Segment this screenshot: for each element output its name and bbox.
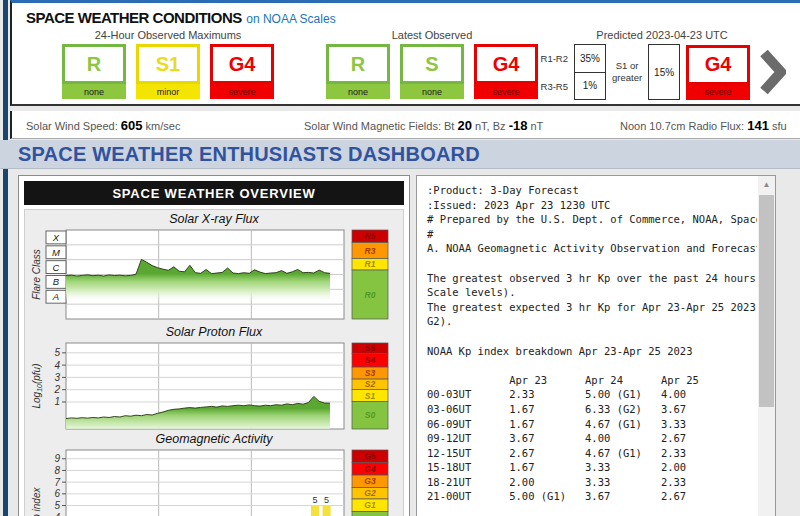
- svg-text:R3: R3: [365, 246, 376, 256]
- svg-text:G1: G1: [364, 500, 376, 510]
- scale-box-g-predicted: G4 severe: [686, 45, 750, 100]
- proton-chart: 12345S5S4S3S2S1S0Log10(pfu): [28, 340, 400, 432]
- scale-letter: G4: [210, 44, 274, 84]
- svg-text:G2: G2: [364, 488, 376, 498]
- group-24hr-observed: 24-Hour Observed Maximums R none S1 mino…: [62, 29, 274, 107]
- svg-text:7: 7: [54, 477, 60, 488]
- svg-text:2: 2: [53, 384, 60, 395]
- scrollbar-thumb[interactable]: [759, 195, 774, 407]
- overview-charts: Solar X-ray Flux XMCBAR5R3R1R0Flare Clas…: [24, 209, 404, 516]
- forecast-scrollbar[interactable]: ▲: [758, 176, 775, 516]
- xray-chart-title: Solar X-ray Flux: [28, 212, 400, 227]
- svg-text:Log10(pfu): Log10(pfu): [31, 363, 43, 408]
- overview-panel: SPACE WEATHER OVERVIEW Solar X-ray Flux …: [18, 175, 410, 516]
- dashboard-title: SPACE WEATHER ENTHUSIASTS DASHBOARD: [0, 143, 480, 166]
- svg-text:S1: S1: [365, 391, 376, 401]
- proton-flux-chart-block: Solar Proton Flux 12345S5S4S3S2S1S0Log10…: [28, 325, 400, 432]
- svg-text:C: C: [53, 262, 60, 273]
- predicted-label: Predicted 2023-04-23 UTC: [538, 29, 786, 41]
- scale-letter: S: [400, 44, 464, 84]
- proton-chart-title: Solar Proton Flux: [28, 325, 400, 340]
- svg-text:Flare Class: Flare Class: [31, 249, 42, 300]
- svg-text:4: 4: [54, 512, 60, 516]
- dashboard-title-band: SPACE WEATHER ENTHUSIASTS DASHBOARD: [0, 140, 800, 169]
- noaa-scales-link[interactable]: on NOAA Scales: [246, 12, 335, 26]
- geomagnetic-chart-title: Geomagnetic Activity: [28, 432, 400, 447]
- group-predicted: Predicted 2023-04-23 UTC R1-R2 R3-R5 35%…: [538, 29, 786, 107]
- scale-level: none: [326, 84, 390, 99]
- geomagnetic-chart-block: Geomagnetic Activity 12345678955G5G4G3G2…: [28, 432, 400, 516]
- scale-level: none: [62, 84, 126, 99]
- s1-or-greater-label: S1 or greater: [612, 60, 642, 84]
- svg-text:S5: S5: [365, 343, 376, 353]
- svg-text:5: 5: [54, 500, 60, 511]
- group-latest-observed: Latest Observed R none S none G4 severe: [326, 29, 538, 107]
- overview-header: SPACE WEATHER OVERVIEW: [24, 181, 404, 205]
- solar-wind-magnetic-fields: Solar Wind Magnetic Fields: Bt 20 nT, Bz…: [304, 118, 543, 133]
- svg-text:S3: S3: [365, 368, 376, 378]
- scale-groups: 24-Hour Observed Maximums R none S1 mino…: [12, 29, 800, 107]
- svg-text:S0: S0: [365, 410, 376, 420]
- svg-text:3: 3: [54, 372, 60, 383]
- scale-letter: S1: [136, 44, 200, 84]
- forecast-text[interactable]: :Product: 3-Day Forecast :Issued: 2023 A…: [418, 177, 757, 516]
- svg-text:G3: G3: [364, 476, 376, 486]
- svg-text:X: X: [52, 232, 60, 243]
- radio-flux: Noon 10.7cm Radio Flux: 141 sfu: [620, 118, 787, 133]
- svg-text:G5: G5: [364, 451, 376, 461]
- group-latest-label: Latest Observed: [326, 29, 538, 41]
- scale-level: severe: [210, 84, 274, 99]
- scale-level: severe: [686, 85, 750, 100]
- xray-flux-chart-block: Solar X-ray Flux XMCBAR5R3R1R0Flare Clas…: [28, 212, 400, 325]
- conditions-title-row: SPACE WEATHER CONDITIONS on NOAA Scales: [26, 9, 336, 27]
- svg-text:6: 6: [54, 488, 60, 499]
- s1-probability: 15%: [648, 44, 680, 100]
- scale-letter: G4: [686, 45, 750, 85]
- svg-text:S2: S2: [365, 379, 376, 389]
- scale-box-r-24hr: R none: [62, 44, 126, 99]
- svg-text:5: 5: [54, 347, 60, 358]
- scale-level: severe: [474, 84, 538, 99]
- svg-text:S4: S4: [365, 355, 376, 365]
- scale-box-r-latest: R none: [326, 44, 390, 99]
- page: SPACE WEATHER CONDITIONS on NOAA Scales …: [0, 0, 800, 516]
- solar-wind-speed: Solar Wind Speed: 605 km/sec: [26, 118, 180, 133]
- scale-box-g-latest: G4 severe: [474, 44, 538, 99]
- chevron-next-icon[interactable]: [760, 49, 786, 95]
- scrollbar-up-icon[interactable]: ▲: [758, 176, 775, 193]
- left-edge-strip: [3, 0, 8, 516]
- svg-text:A: A: [52, 291, 59, 302]
- status-bar: Solar Wind Speed: 605 km/sec Solar Wind …: [10, 111, 800, 139]
- svg-text:M: M: [52, 247, 60, 258]
- geomagnetic-chart: 12345678955G5G4G3G2G1G0Kp index: [28, 447, 400, 516]
- svg-text:B: B: [53, 276, 60, 287]
- scale-box-s-24hr: S1 minor: [136, 44, 200, 99]
- forecast-panel: :Product: 3-Day Forecast :Issued: 2023 A…: [416, 175, 776, 516]
- scale-level: none: [400, 84, 464, 99]
- svg-text:R5: R5: [365, 231, 376, 241]
- r1r2-probability: 35%: [575, 45, 605, 72]
- header-panel: SPACE WEATHER CONDITIONS on NOAA Scales …: [10, 0, 800, 106]
- scale-box-s-latest: S none: [400, 44, 464, 99]
- svg-text:4: 4: [54, 360, 60, 371]
- r3r5-label: R3-R5: [538, 81, 568, 92]
- group-24hr-label: 24-Hour Observed Maximums: [62, 29, 274, 41]
- scale-letter: R: [62, 44, 126, 84]
- svg-text:R1: R1: [365, 259, 376, 269]
- svg-text:9: 9: [54, 453, 60, 464]
- scale-letter: G4: [474, 44, 538, 84]
- svg-text:1: 1: [54, 396, 60, 407]
- conditions-title: SPACE WEATHER CONDITIONS: [26, 9, 242, 26]
- svg-text:R0: R0: [365, 290, 376, 300]
- svg-text:G4: G4: [364, 464, 376, 474]
- svg-text:5: 5: [324, 495, 329, 505]
- scale-box-g-24hr: G4 severe: [210, 44, 274, 99]
- r1r2-label: R1-R2: [538, 53, 568, 64]
- r3r5-probability: 1%: [575, 72, 605, 100]
- scale-letter: R: [326, 44, 390, 84]
- scale-level: minor: [136, 84, 200, 99]
- predicted-r-values: 35% 1%: [574, 44, 606, 100]
- svg-text:Kp index: Kp index: [31, 487, 42, 516]
- predicted-r-labels: R1-R2 R3-R5: [538, 44, 568, 100]
- svg-text:5: 5: [312, 495, 317, 505]
